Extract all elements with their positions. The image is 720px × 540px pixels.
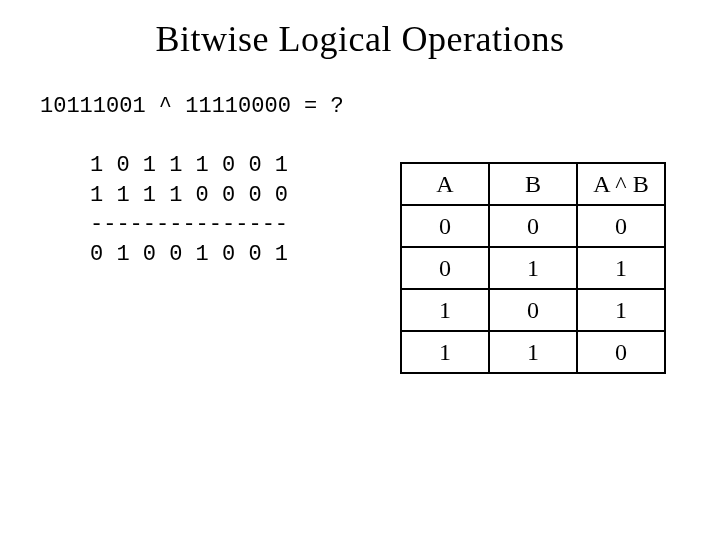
page-title: Bitwise Logical Operations [0,0,720,60]
cell: 0 [577,205,665,247]
result-row: 0 1 0 0 1 0 0 1 [90,242,288,267]
cell: 1 [401,331,489,373]
slide: Bitwise Logical Operations 10111001 ^ 11… [0,0,720,540]
table-row: 0 1 1 [401,247,665,289]
truth-table: A B A ^ B 0 0 0 0 1 1 1 0 1 1 1 0 [400,162,666,374]
cell: 1 [401,289,489,331]
table-row: 0 0 0 [401,205,665,247]
header-a: A [401,163,489,205]
cell: 0 [401,205,489,247]
operand-a: 1 0 1 1 1 0 0 1 [90,153,288,178]
cell: 0 [577,331,665,373]
cell: 1 [577,247,665,289]
expression-line: 10111001 ^ 11110000 = ? [40,94,720,119]
header-b: B [489,163,577,205]
table-row: 1 0 1 [401,289,665,331]
header-axorb: A ^ B [577,163,665,205]
operand-b: 1 1 1 1 0 0 0 0 [90,183,288,208]
cell: 0 [489,289,577,331]
cell: 1 [489,331,577,373]
table-row: A B A ^ B [401,163,665,205]
cell: 1 [489,247,577,289]
separator-line: --------------- [90,212,288,237]
cell: 0 [401,247,489,289]
cell: 1 [577,289,665,331]
table-row: 1 1 0 [401,331,665,373]
cell: 0 [489,205,577,247]
